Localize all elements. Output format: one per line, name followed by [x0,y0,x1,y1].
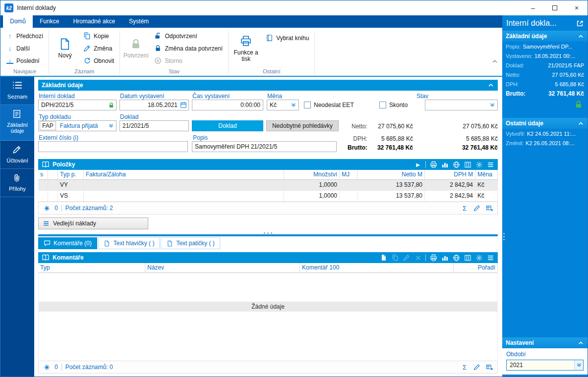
mena-combobox[interactable]: Kč [267,100,299,110]
filter-star-icon[interactable] [42,363,51,372]
edit-icon[interactable] [472,204,481,213]
panel-section-zakladni-udaje[interactable]: Základní údaje [502,31,588,42]
column-header-netto[interactable]: Netto M [357,170,425,180]
zmena-data-potvrzeni-button[interactable]: Změna data potvrzení [150,42,227,54]
chevron-down-icon[interactable] [574,360,583,370]
settings-gear-icon[interactable] [475,254,483,262]
calendar-icon[interactable] [180,102,187,108]
chart-icon[interactable] [441,161,449,168]
potvrzeni-label: Potvrzení [123,53,149,59]
zmena-button[interactable]: Změna [79,42,118,54]
column-header-mnozstvi[interactable]: Množství [284,170,340,180]
panel-resize-grip[interactable] [503,233,505,240]
column-header-typ[interactable]: Typ p. [58,170,84,180]
stav-combobox[interactable] [425,100,498,110]
columns-icon[interactable] [464,254,471,262]
sidebar-item-zakladni-udaje[interactable]: Základní údaje [0,105,34,141]
column-header-dph[interactable]: DPH M [425,170,475,180]
column-header-mena[interactable]: Měna [475,170,498,180]
sum-icon[interactable]: Σ [460,204,469,213]
print-icon[interactable] [429,254,437,262]
sid3ebar-item-seznam[interactable]: Seznam [0,77,34,105]
storno-button[interactable]: Storno [150,54,227,67]
tab-domu[interactable]: Domů [3,15,33,28]
table-edit-icon[interactable] [485,363,494,372]
nastaveni-content: Období 2021 [502,348,588,375]
tab-text-hlavicky[interactable]: Text hlavičky ( ) [98,237,160,249]
tab-hromadne-akce[interactable]: Hromadné akce [66,15,122,28]
nedobytne-pohledavky-button[interactable]: Nedobytné pohledávky [266,120,339,131]
open-in-window-icon[interactable] [576,20,584,27]
vybrat-knihu-button[interactable]: Vybrat knihu [262,32,313,44]
skonto-checkbox-row: Skonto [379,100,408,110]
doklad-input[interactable] [119,120,189,131]
delete-icon[interactable] [414,254,422,262]
table-edit-icon[interactable] [485,204,494,213]
potvrzeni-button[interactable]: Potvrzení [121,29,150,68]
lock-open-icon [154,32,162,40]
odpotvrzeni-button[interactable]: Odpotvrzení [150,30,227,42]
columns-icon[interactable] [464,161,471,168]
panel-section-nastaveni[interactable]: Nastavení [502,337,588,348]
sum-icon[interactable]: Σ [460,363,469,372]
sidebar-item-prilohy[interactable]: Přílohy [0,169,34,197]
datum-vystaveni-input[interactable] [119,100,189,110]
tab-system[interactable]: Systém [122,15,156,28]
popis-input[interactable] [192,141,337,152]
novy-button[interactable]: Nový [51,29,79,68]
table-row[interactable]: VY 1,0000 13 537,80 2 842,94 Kč [38,180,498,191]
section-polozky: Položky ▶ [38,159,498,215]
tab-funkce[interactable]: Funkce [33,15,66,28]
section-header-zakladni-udaje: Základní údaje [38,80,498,91]
column-header-select[interactable] [48,170,58,180]
posledni-button[interactable]: ↓ Poslední [2,54,47,67]
column-header-komentar[interactable]: Komentář 100 [300,263,454,273]
menu-icon[interactable] [486,161,494,168]
tab-komentare[interactable]: Komentáře (0) [38,237,97,249]
interni-doklad-input[interactable] [38,100,117,110]
minimize-button[interactable]: – [522,0,544,15]
column-header-mj[interactable]: MJ [340,170,357,180]
ribbon-collapse-icon[interactable] [491,58,498,65]
obdobi-combobox[interactable]: 2021 [506,360,584,371]
column-header-typ[interactable]: Typ [38,263,145,273]
arrow-down-icon: ↓ [6,45,13,52]
tab-text-paticky[interactable]: Text patičky ( ) [161,237,220,249]
skonto-checkbox[interactable] [379,102,386,108]
collapse-icon[interactable] [487,82,494,89]
sidebar-item-uctovani[interactable]: Účtování [0,141,34,169]
new-document-icon[interactable] [380,254,388,262]
funkce-a-tisk-button[interactable]: Funkce a tisk [230,29,262,68]
column-header-nazev[interactable]: Název [145,263,300,273]
externi-cislo-input[interactable] [38,141,188,152]
chart-icon[interactable] [441,254,449,262]
copy-icon[interactable] [391,254,399,262]
predchozi-button[interactable]: ↑ Předchozí [2,30,47,42]
column-header-poradi[interactable]: Pořadí [454,263,498,273]
globe-icon[interactable] [452,254,460,262]
horizontal-splitter[interactable] [38,234,498,236]
column-header-s[interactable]: s [38,170,48,180]
edit-icon[interactable] [403,254,411,262]
globe-icon[interactable] [452,161,460,168]
field-label: DPH: [506,81,519,87]
obnovit-button[interactable]: Obnovit [79,54,118,67]
print-icon[interactable] [429,161,437,168]
menu-icon[interactable] [486,254,494,262]
cas-vystaveni-input[interactable] [192,100,263,110]
close-button[interactable]: × [566,0,588,15]
settings-gear-icon[interactable] [475,161,483,168]
dalsi-button[interactable]: ↓ Další [2,42,47,54]
neodeslat-eet-checkbox[interactable] [304,102,311,108]
kopie-button[interactable]: Kopie [79,30,118,42]
panel-section-ostatni-udaje[interactable]: Ostatní údaje [502,118,588,129]
open-detail-icon[interactable]: ▶ [414,161,422,168]
typ-dokladu-combobox[interactable]: FAP Faktura přijatá [38,120,117,131]
maximize-button[interactable] [544,0,566,15]
filter-star-icon[interactable] [42,204,51,213]
column-header-faktura[interactable]: Faktura/Záloha [84,170,284,180]
table-row[interactable]: VS 1,0000 13 537,80 2 842,94 Kč [38,191,498,202]
doklad-button[interactable]: Doklad [192,120,263,131]
vedlejsi-naklady-button[interactable]: Vedlejší náklady [38,217,148,229]
edit-icon[interactable] [472,363,481,372]
